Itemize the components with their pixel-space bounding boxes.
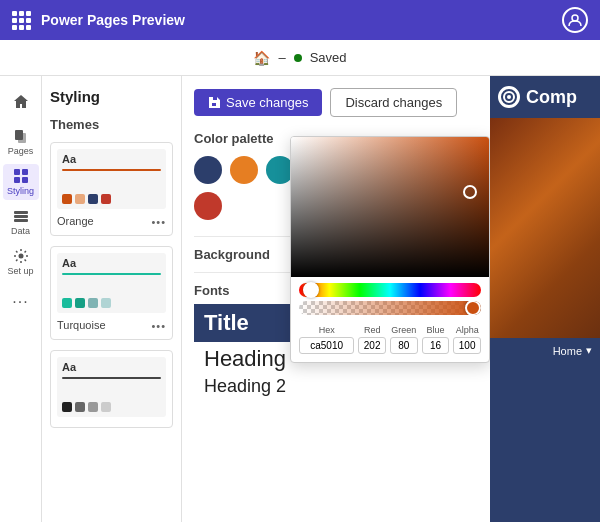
- pages-label: Pages: [8, 146, 34, 156]
- blue-label: Blue: [426, 325, 444, 335]
- sidebar-item-setup[interactable]: Set up: [3, 244, 39, 280]
- alpha-input[interactable]: [453, 337, 481, 354]
- svg-rect-5: [14, 177, 20, 183]
- swatch1: [62, 194, 72, 204]
- swatch-d4: [101, 402, 111, 412]
- color-swatch-dark-blue[interactable]: [194, 156, 222, 184]
- grid-icon[interactable]: [12, 11, 31, 30]
- svg-point-12: [507, 95, 511, 99]
- themes-panel: Styling Themes Aa Orange Aa: [42, 76, 182, 522]
- sidebar-item-styling[interactable]: Styling: [3, 164, 39, 200]
- theme-accent-line2: [62, 273, 161, 275]
- green-field-group: Green: [390, 325, 418, 354]
- home-breadcrumb-icon[interactable]: 🏠: [253, 50, 270, 66]
- data-icon: [13, 208, 29, 224]
- chevron-down-icon: ▾: [586, 344, 592, 357]
- hue-handle: [303, 282, 319, 298]
- secondbar: 🏠 – Saved: [0, 40, 600, 76]
- alpha-gradient: [299, 301, 481, 315]
- more-dots: ···: [12, 293, 28, 311]
- svg-rect-8: [14, 215, 28, 218]
- theme-aa-label3: Aa: [62, 361, 76, 373]
- swatch-d3: [88, 402, 98, 412]
- toolbar: Save changes Discard changes: [194, 88, 478, 117]
- swatch-t1: [62, 298, 72, 308]
- swatch-d2: [75, 402, 85, 412]
- red-label: Red: [364, 325, 381, 335]
- saved-indicator: [294, 54, 302, 62]
- theme-accent-line: [62, 169, 161, 171]
- preview-hero-image: [490, 118, 600, 338]
- color-swatch-orange[interactable]: [230, 156, 258, 184]
- theme-aa-label: Aa: [62, 153, 76, 165]
- swatch3: [88, 194, 98, 204]
- blue-field-group: Blue: [422, 325, 450, 354]
- color-swatch-red[interactable]: [194, 192, 222, 220]
- blue-input[interactable]: [422, 337, 450, 354]
- styling-content: Save changes Discard changes Color palet…: [182, 76, 490, 522]
- save-changes-button[interactable]: Save changes: [194, 89, 322, 116]
- setup-label: Set up: [7, 266, 33, 276]
- svg-point-0: [572, 15, 578, 21]
- theme-options-orange[interactable]: [151, 213, 166, 229]
- home-icon: [13, 94, 29, 110]
- styling-icon: [13, 168, 29, 184]
- svg-rect-3: [14, 169, 20, 175]
- theme-accent-line3: [62, 377, 161, 379]
- icon-sidebar: Pages Styling Data Set up ···: [0, 76, 42, 522]
- svg-rect-7: [14, 211, 28, 214]
- sidebar-item-data[interactable]: Data: [3, 204, 39, 240]
- hex-input[interactable]: [299, 337, 354, 354]
- alpha-handle: [465, 301, 481, 315]
- red-field-group: Red: [358, 325, 386, 354]
- breadcrumb-separator: –: [278, 50, 285, 65]
- theme-aa-label2: Aa: [62, 257, 76, 269]
- theme-card-orange[interactable]: Aa Orange: [50, 142, 173, 236]
- font-heading2-display: Heading 2: [194, 374, 478, 399]
- hex-label: Hex: [319, 325, 335, 335]
- alpha-field-group: Alpha: [453, 325, 481, 354]
- preview-logo: Comp: [490, 76, 600, 118]
- svg-rect-4: [22, 169, 28, 175]
- theme-swatches2: [62, 298, 111, 308]
- sidebar-item-pages[interactable]: Pages: [3, 124, 39, 160]
- theme-name-orange: Orange: [57, 215, 94, 227]
- main-layout: Pages Styling Data Set up ··· Styling Th…: [0, 76, 600, 522]
- pages-icon: [13, 128, 29, 144]
- save-icon: [208, 96, 221, 109]
- theme-preview-third: Aa: [57, 357, 166, 417]
- gradient-picker[interactable]: [291, 137, 489, 277]
- preview-home-label: Home: [553, 345, 582, 357]
- swatch-t4: [101, 298, 111, 308]
- app-title: Power Pages Preview: [41, 12, 562, 28]
- styling-heading: Styling: [50, 88, 173, 105]
- sidebar-item-more[interactable]: ···: [3, 284, 39, 320]
- svg-rect-9: [14, 219, 28, 222]
- user-icon[interactable]: [562, 7, 588, 33]
- theme-card-turquoise[interactable]: Aa Turquoise: [50, 246, 173, 340]
- theme-card-third[interactable]: Aa: [50, 350, 173, 428]
- preview-logo-circle: [498, 86, 520, 108]
- setup-icon: [13, 248, 29, 264]
- topbar: Power Pages Preview: [0, 0, 600, 40]
- save-label: Save changes: [226, 95, 308, 110]
- discard-changes-button[interactable]: Discard changes: [330, 88, 457, 117]
- theme-name-turquoise: Turquoise: [57, 319, 106, 331]
- theme-swatches3: [62, 402, 111, 412]
- styling-label: Styling: [7, 186, 34, 196]
- swatch-d1: [62, 402, 72, 412]
- alpha-bar[interactable]: [299, 301, 481, 315]
- sidebar-item-home[interactable]: [3, 84, 39, 120]
- picker-fields: Hex Red Green Blue Alpha: [291, 321, 489, 362]
- hue-bar[interactable]: [299, 283, 481, 297]
- svg-point-10: [18, 254, 23, 259]
- saved-status: Saved: [310, 50, 347, 65]
- theme-options-turquoise[interactable]: [151, 317, 166, 333]
- theme-preview-turquoise: Aa: [57, 253, 166, 313]
- green-input[interactable]: [390, 337, 418, 354]
- theme-swatches: [62, 194, 111, 204]
- theme-preview-orange: Aa: [57, 149, 166, 209]
- swatch-t2: [75, 298, 85, 308]
- alpha-label: Alpha: [456, 325, 479, 335]
- red-input[interactable]: [358, 337, 386, 354]
